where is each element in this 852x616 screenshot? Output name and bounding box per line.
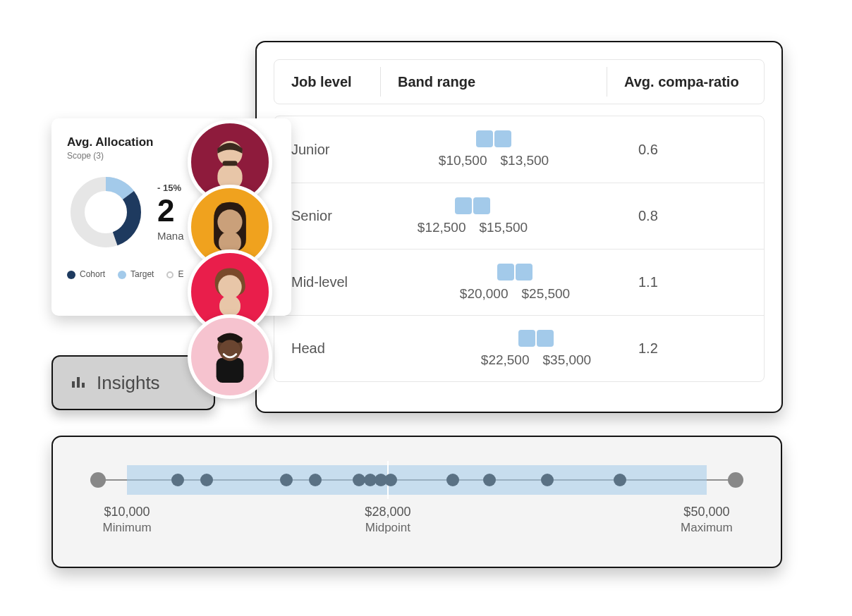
cell-band-range: $12,500 $15,500 (380, 197, 607, 235)
svg-point-8 (218, 275, 241, 298)
range-data-point (384, 474, 397, 486)
range-label-mid: $28,000Midpoint (365, 505, 410, 535)
cell-job-level: Head (274, 340, 380, 357)
cell-band-range: $20,000 $25,500 (380, 264, 607, 302)
table-header: Job level Band range Avg. compa-ratio (274, 59, 765, 104)
range-data-point (171, 474, 184, 486)
svg-rect-14 (77, 377, 80, 388)
band-high: $35,000 (543, 352, 592, 367)
cell-band-range: $22,500 $35,000 (380, 330, 607, 368)
allocation-label-truncated: Mana (157, 230, 184, 242)
col-compa-ratio: Avg. compa-ratio (607, 60, 764, 104)
legend-target: Target (118, 269, 154, 279)
range-data-point (353, 474, 365, 486)
svg-rect-9 (219, 295, 241, 316)
svg-rect-13 (72, 381, 75, 388)
range-end-dot (728, 472, 743, 488)
range-data-point (614, 474, 626, 486)
table-row: Senior$12,500 $15,5000.8 (274, 183, 764, 249)
band-high: $13,500 (501, 153, 549, 168)
salary-range-strip (98, 465, 736, 495)
band-high: $25,500 (522, 286, 571, 301)
table-row: Mid-level$20,000 $25,5001.1 (274, 249, 764, 315)
range-end-dot (90, 472, 106, 488)
range-label-max: $50,000Maximum (681, 505, 733, 535)
legend-cohort: Cohort (67, 269, 105, 279)
range-data-point (541, 474, 554, 486)
avatar-stack (188, 120, 286, 402)
cell-compa-ratio: 0.6 (607, 142, 764, 158)
band-low: $10,500 (439, 153, 487, 168)
table-row: Head$22,500 $35,0001.2 (274, 315, 764, 381)
salary-range-labels: $10,000Minimum$28,000Midpoint$50,000Maxi… (98, 505, 736, 541)
table-body: Junior$10,500 $13,5000.6Senior$12,500 $1… (274, 116, 765, 382)
allocation-value: 2 (157, 193, 184, 228)
cell-compa-ratio: 1.2 (607, 340, 764, 357)
compa-ratio-table-card: Job level Band range Avg. compa-ratio Ju… (255, 41, 783, 413)
range-data-point (309, 474, 322, 486)
svg-rect-5 (222, 161, 237, 166)
col-job-level: Job level (274, 60, 380, 104)
svg-rect-15 (82, 383, 85, 388)
avatar (188, 314, 272, 399)
band-low: $12,500 (418, 220, 466, 235)
table-row: Junior$10,500 $13,5000.6 (274, 116, 764, 183)
cell-compa-ratio: 0.8 (607, 208, 764, 224)
range-data-point (280, 474, 293, 486)
band-low: $22,500 (481, 352, 530, 367)
insights-label: Insights (97, 372, 160, 394)
salary-range-card: $10,000Minimum$28,000Midpoint$50,000Maxi… (51, 436, 782, 568)
cell-band-range: $10,500 $13,500 (380, 130, 607, 168)
legend-extra: E (166, 269, 183, 279)
range-data-point (446, 474, 459, 486)
cell-compa-ratio: 1.1 (607, 274, 764, 290)
col-band-range: Band range (381, 60, 607, 104)
range-data-point (483, 474, 496, 486)
range-label-min: $10,000Minimum (103, 505, 152, 535)
allocation-delta: - 15% (157, 183, 184, 193)
range-data-point (200, 474, 213, 486)
bar-chart-icon (70, 373, 87, 393)
svg-point-6 (217, 209, 242, 234)
band-high: $15,500 (480, 220, 528, 235)
allocation-donut-chart (67, 173, 145, 251)
svg-rect-11 (217, 358, 244, 383)
band-low: $20,000 (460, 286, 509, 301)
